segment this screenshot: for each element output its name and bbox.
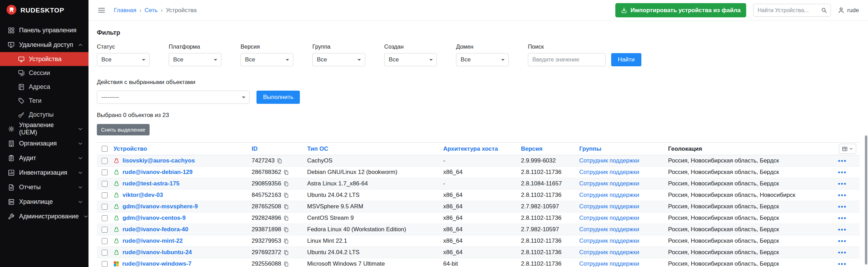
row-menu-button[interactable]: ••• bbox=[838, 260, 847, 267]
user-menu[interactable]: rude bbox=[838, 7, 859, 14]
row-menu-button[interactable]: ••• bbox=[838, 226, 847, 233]
device-id: 290859356 bbox=[252, 180, 281, 187]
filter-submit-button[interactable]: Найти bbox=[611, 53, 641, 66]
geolocation: Россия, Новосибирская область, Бердск bbox=[668, 260, 828, 267]
row-menu-button[interactable]: ••• bbox=[838, 169, 847, 176]
copy-id-icon[interactable] bbox=[284, 250, 289, 255]
sidebar-item-devices[interactable]: Устройства bbox=[0, 52, 89, 66]
group-link[interactable]: Сотрудник поддержки bbox=[579, 192, 639, 198]
copy-id-icon[interactable] bbox=[284, 181, 289, 186]
col-header-version[interactable]: Версия bbox=[521, 145, 579, 152]
device-link[interactable]: gdm@ivanov-msvsphere-9 bbox=[123, 203, 198, 210]
group-link[interactable]: Сотрудник поддержки bbox=[579, 180, 639, 187]
device-link[interactable]: viktor@dev-03 bbox=[123, 192, 163, 199]
row-checkbox[interactable] bbox=[102, 158, 108, 164]
addresses-icon bbox=[18, 84, 25, 90]
import-devices-button[interactable]: Импортировать устройства из файла bbox=[615, 3, 746, 17]
device-link[interactable]: rude@ivanov-debian-129 bbox=[123, 169, 193, 176]
row-menu-button[interactable]: ••• bbox=[838, 180, 847, 187]
row-checkbox[interactable] bbox=[102, 181, 108, 187]
copy-id-icon[interactable] bbox=[284, 227, 289, 232]
geolocation: Россия, Новосибирская область, Бердск bbox=[668, 157, 828, 164]
filter-select[interactable]: Все bbox=[312, 53, 365, 66]
filter-select[interactable]: Все bbox=[169, 53, 221, 66]
device-link[interactable]: rude@ivanov-mint-22 bbox=[123, 237, 183, 244]
copy-id-icon[interactable] bbox=[284, 204, 289, 209]
sidebar-item-tags[interactable]: Теги bbox=[0, 94, 89, 108]
row-menu-button[interactable]: ••• bbox=[838, 192, 847, 199]
row-checkbox[interactable] bbox=[102, 192, 108, 198]
sidebar-item-dashboard[interactable]: Панель управления bbox=[0, 23, 89, 37]
device-link[interactable]: lisovskiy@auros-cachyos bbox=[123, 157, 195, 164]
group-link[interactable]: Сотрудник поддержки bbox=[579, 260, 639, 267]
device-link[interactable]: gdm@ivanov-centos-9 bbox=[123, 215, 186, 222]
group-link[interactable]: Сотрудник поддержки bbox=[579, 203, 639, 210]
breadcrumb-network-link[interactable]: Сеть bbox=[144, 7, 158, 14]
menu-toggle-button[interactable] bbox=[98, 6, 106, 14]
column-settings-button[interactable] bbox=[839, 144, 856, 154]
col-header-os[interactable]: Тип ОС bbox=[307, 145, 443, 152]
breadcrumb-home-link[interactable]: Главная bbox=[114, 7, 136, 14]
sidebar-item-reports[interactable]: Отчеты bbox=[0, 180, 89, 194]
sidebar-item-uem[interactable]: Управление (UEM) bbox=[0, 122, 89, 136]
col-header-device[interactable]: Устройство bbox=[113, 145, 252, 152]
row-checkbox[interactable] bbox=[102, 261, 108, 267]
search-input[interactable] bbox=[753, 4, 831, 17]
sidebar-item-audit[interactable]: Аудит bbox=[0, 151, 89, 165]
execute-button[interactable]: Выполнить bbox=[256, 91, 300, 104]
sidebar-item-label: Хранилище bbox=[19, 198, 53, 206]
row-checkbox[interactable] bbox=[102, 238, 108, 244]
col-header-geo: Геолокация bbox=[668, 145, 828, 152]
brand[interactable]: RUDESKTOP bbox=[0, 0, 89, 21]
group-link[interactable]: Сотрудник поддержки bbox=[579, 169, 639, 175]
filter-select-value: Все bbox=[317, 56, 327, 63]
row-menu-button[interactable]: ••• bbox=[838, 237, 847, 245]
row-checkbox[interactable] bbox=[102, 215, 108, 221]
sidebar-item-addresses[interactable]: Адреса bbox=[0, 80, 89, 94]
row-menu-button[interactable]: ••• bbox=[838, 157, 847, 165]
row-checkbox[interactable] bbox=[102, 227, 108, 233]
bulk-action-select[interactable]: --------- bbox=[97, 91, 250, 104]
row-checkbox[interactable] bbox=[102, 250, 108, 256]
sidebar-item-remote-access[interactable]: Удаленный доступ bbox=[0, 37, 89, 52]
row-checkbox[interactable] bbox=[102, 204, 108, 210]
copy-id-icon[interactable] bbox=[284, 261, 289, 267]
copy-id-icon[interactable] bbox=[284, 170, 289, 175]
sidebar-item-access[interactable]: Доступы bbox=[0, 108, 89, 122]
group-link[interactable]: Сотрудник поддержки bbox=[579, 237, 639, 244]
row-menu-button[interactable]: ••• bbox=[838, 249, 847, 256]
row-menu-button[interactable]: ••• bbox=[838, 203, 847, 210]
sidebar-item-organization[interactable]: Организация bbox=[0, 136, 89, 151]
sidebar-item-storage[interactable]: Хранилище bbox=[0, 194, 89, 209]
device-link[interactable]: rude@ivanov-fedora-40 bbox=[123, 226, 188, 233]
filter-select[interactable]: Все bbox=[241, 53, 293, 66]
group-link[interactable]: Сотрудник поддержки bbox=[579, 249, 639, 256]
col-header-arch[interactable]: Архитектура хоста bbox=[443, 145, 521, 152]
device-link[interactable]: rude@test-astra-175 bbox=[123, 180, 179, 187]
clear-selection-button[interactable]: Снять выделение bbox=[97, 124, 150, 135]
sidebar-item-inventory[interactable]: Инвентаризация bbox=[0, 165, 89, 180]
copy-id-icon[interactable] bbox=[284, 193, 289, 198]
copy-id-icon[interactable] bbox=[277, 158, 282, 164]
select-all-checkbox[interactable] bbox=[102, 146, 108, 152]
filter-select[interactable]: Все bbox=[97, 53, 150, 66]
filter-search-input[interactable] bbox=[528, 53, 606, 66]
device-link[interactable]: rude@ivanov-windows-7 bbox=[122, 260, 192, 267]
sidebar-item-sessions[interactable]: Сессии bbox=[0, 66, 89, 80]
filter-select[interactable]: Все bbox=[384, 53, 437, 66]
row-menu-button[interactable]: ••• bbox=[838, 215, 847, 222]
row-checkbox[interactable] bbox=[102, 169, 108, 175]
device-link[interactable]: rude@ivanov-lubuntu-24 bbox=[123, 249, 192, 256]
devices-icon bbox=[18, 56, 25, 62]
col-header-groups[interactable]: Группы bbox=[579, 145, 668, 152]
group-link[interactable]: Сотрудник поддержки bbox=[579, 226, 639, 233]
group-link[interactable]: Сотрудник поддержки bbox=[579, 157, 639, 164]
copy-id-icon[interactable] bbox=[284, 239, 289, 244]
col-header-id[interactable]: ID bbox=[252, 145, 307, 152]
vertical-scrollbar[interactable] bbox=[865, 135, 867, 265]
copy-id-icon[interactable] bbox=[284, 216, 289, 221]
sidebar-item-administration[interactable]: Администрирование bbox=[0, 209, 89, 224]
filter-select[interactable]: Все bbox=[456, 53, 509, 66]
search-icon[interactable] bbox=[821, 7, 827, 13]
group-link[interactable]: Сотрудник поддержки bbox=[579, 215, 639, 221]
